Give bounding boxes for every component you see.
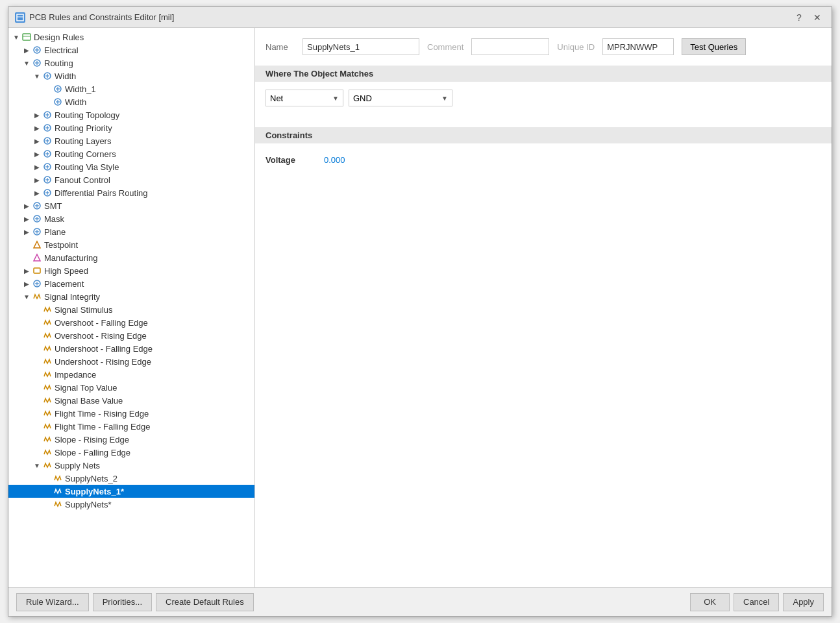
tree-node-icon <box>32 291 42 302</box>
tree-node-label: Routing Priority <box>55 123 112 133</box>
expand-icon[interactable]: ▶ <box>32 188 42 198</box>
expand-icon[interactable]: ▶ <box>21 45 32 55</box>
tree-item-testpoint[interactable]: Testpoint <box>8 238 254 251</box>
tree-item-routing-via-style[interactable]: ▶Routing Via Style <box>8 160 254 173</box>
uniqueid-input[interactable] <box>602 38 674 55</box>
tree-item-overshoot-falling[interactable]: Overshoot - Falling Edge <box>8 316 254 329</box>
tree-item-fanout-control[interactable]: ▶Fanout Control <box>8 173 254 186</box>
tree-node-label: Width <box>65 97 86 107</box>
tree-item-smt[interactable]: ▶SMT <box>8 199 254 212</box>
rule-wizard-button[interactable]: Rule Wizard... <box>16 593 89 611</box>
tree-item-slope-rising[interactable]: Slope - Rising Edge <box>8 433 254 446</box>
tree-item-high-speed[interactable]: ▶High Speed <box>8 264 254 277</box>
svg-marker-50 <box>34 254 40 261</box>
tree-item-width[interactable]: ▼Width <box>8 69 254 82</box>
tree-node-label: High Speed <box>44 266 88 276</box>
bottom-bar: Rule Wizard... Priorities... Create Defa… <box>8 587 832 616</box>
tree-node-icon <box>42 110 53 120</box>
svg-marker-49 <box>34 241 40 248</box>
tree-item-flight-time-falling[interactable]: Flight Time - Falling Edge <box>8 420 254 433</box>
tree-item-placement[interactable]: ▶Placement <box>8 277 254 290</box>
expand-icon[interactable]: ▶ <box>32 149 42 159</box>
where-dropdown1[interactable]: Net ▼ <box>266 90 343 106</box>
main-window: PCB Rules and Constraints Editor [mil] ?… <box>8 6 832 617</box>
tree-item-supply-nets[interactable]: ▼Supply Nets <box>8 459 254 472</box>
expand-icon[interactable]: ▶ <box>21 278 32 289</box>
tree-node-label: SupplyNets_2 <box>65 474 117 483</box>
tree-item-mask[interactable]: ▶Mask <box>8 212 254 225</box>
expand-icon[interactable]: ▼ <box>21 58 32 68</box>
tree-item-signal-stimulus[interactable]: Signal Stimulus <box>8 303 254 316</box>
expand-icon[interactable]: ▶ <box>32 123 42 133</box>
apply-button[interactable]: Apply <box>783 593 824 611</box>
tree-node-icon <box>32 58 42 68</box>
tree-node-icon <box>32 214 42 224</box>
tree-node-icon <box>32 278 42 289</box>
tree-item-supplynets-star[interactable]: SupplyNets* <box>8 498 254 511</box>
tree-node-icon <box>53 473 63 483</box>
tree-node-label: Impedance <box>55 370 96 380</box>
expand-icon[interactable]: ▼ <box>32 460 42 470</box>
tree-item-supplynets-2[interactable]: SupplyNets_2 <box>8 472 254 485</box>
where-dropdown2[interactable]: GND ▼ <box>349 90 452 106</box>
tree-item-design-rules[interactable]: ▼Design Rules <box>8 31 254 43</box>
expand-icon[interactable]: ▶ <box>21 201 32 211</box>
tree-item-overshoot-rising[interactable]: Overshoot - Rising Edge <box>8 329 254 342</box>
close-button[interactable]: ✕ <box>809 10 825 25</box>
tree-item-signal-top-value[interactable]: Signal Top Value <box>8 381 254 394</box>
tree-item-supplynets-1[interactable]: SupplyNets_1* <box>8 485 254 498</box>
expand-icon[interactable]: ▶ <box>21 226 32 237</box>
tree-item-width-1[interactable]: Width_1 <box>8 82 254 95</box>
tree-item-impedance[interactable]: Impedance <box>8 368 254 381</box>
expand-icon[interactable]: ▶ <box>32 162 42 172</box>
expand-icon[interactable]: ▶ <box>21 214 32 224</box>
expand-icon[interactable]: ▼ <box>11 32 21 42</box>
create-default-button[interactable]: Create Default Rules <box>156 593 254 611</box>
comment-input[interactable] <box>471 38 549 55</box>
tree-node-icon <box>42 434 53 445</box>
tree-item-flight-time-rising[interactable]: Flight Time - Rising Edge <box>8 407 254 420</box>
titlebar-controls: ? ✕ <box>791 10 825 25</box>
tree-node-label: Signal Top Value <box>55 383 117 393</box>
priorities-button[interactable]: Priorities... <box>93 593 152 611</box>
cancel-button[interactable]: Cancel <box>734 593 779 611</box>
tree-item-routing-priority[interactable]: ▶Routing Priority <box>8 121 254 134</box>
ok-button[interactable]: OK <box>690 593 730 611</box>
tree-node-label: Undershoot - Falling Edge <box>55 344 153 354</box>
tree-item-routing-corners[interactable]: ▶Routing Corners <box>8 147 254 160</box>
tree-node-label: Width <box>55 71 76 81</box>
expand-icon[interactable]: ▶ <box>32 136 42 146</box>
tree-node-icon <box>53 97 63 107</box>
help-button[interactable]: ? <box>791 10 807 25</box>
constraints-header: Constraints <box>255 127 832 143</box>
tree-item-routing-layers[interactable]: ▶Routing Layers <box>8 134 254 147</box>
tree-item-width-2[interactable]: Width <box>8 95 254 108</box>
tree-item-signal-base-value[interactable]: Signal Base Value <box>8 394 254 407</box>
test-queries-button[interactable]: Test Queries <box>682 38 746 55</box>
tree-item-undershoot-falling[interactable]: Undershoot - Falling Edge <box>8 342 254 355</box>
tree-item-differential-pairs[interactable]: ▶Differential Pairs Routing <box>8 186 254 199</box>
expand-icon[interactable]: ▼ <box>32 71 42 81</box>
tree-item-signal-integrity[interactable]: ▼Signal Integrity <box>8 290 254 303</box>
tree-node-icon <box>32 239 42 250</box>
uniqueid-label: Unique ID <box>557 42 595 52</box>
tree-node-label: Supply Nets <box>55 461 100 470</box>
tree-node-label: Electrical <box>44 45 79 55</box>
tree-item-manufacturing[interactable]: Manufacturing <box>8 251 254 264</box>
name-input[interactable] <box>303 38 419 55</box>
tree-item-undershoot-rising[interactable]: Undershoot - Rising Edge <box>8 355 254 368</box>
tree-item-plane[interactable]: ▶Plane <box>8 225 254 238</box>
expand-icon[interactable]: ▶ <box>32 175 42 185</box>
tree-node-icon <box>42 408 53 419</box>
tree-node-label: Plane <box>44 227 66 237</box>
tree-node-icon <box>53 84 63 94</box>
tree-item-routing[interactable]: ▼Routing <box>8 56 254 69</box>
expand-icon[interactable]: ▼ <box>21 291 32 302</box>
tree-item-slope-falling[interactable]: Slope - Falling Edge <box>8 446 254 459</box>
tree-item-electrical[interactable]: ▶Electrical <box>8 43 254 56</box>
expand-icon[interactable]: ▶ <box>21 265 32 276</box>
dropdown1-arrow: ▼ <box>332 95 339 102</box>
expand-icon[interactable]: ▶ <box>32 110 42 120</box>
tree-item-routing-topology[interactable]: ▶Routing Topology <box>8 108 254 121</box>
tree-node-icon <box>21 32 32 42</box>
